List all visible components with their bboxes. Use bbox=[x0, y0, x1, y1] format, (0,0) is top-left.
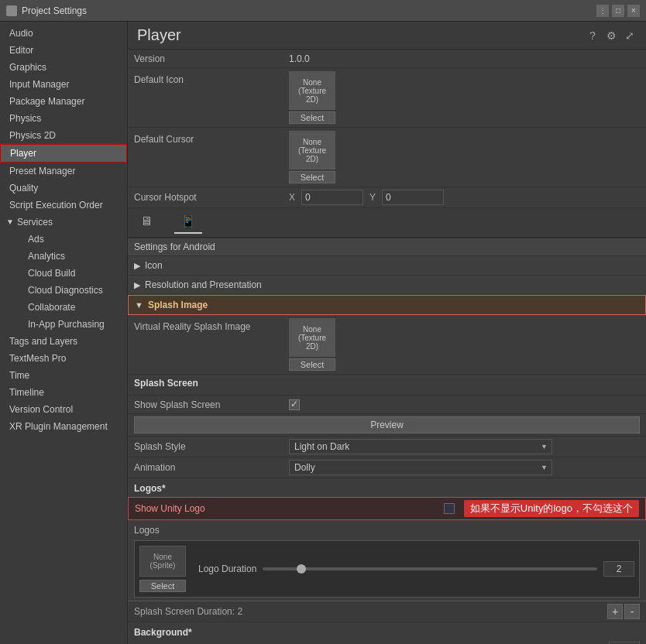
remove-logo-button[interactable]: - bbox=[624, 604, 640, 619]
close-button[interactable]: × bbox=[627, 5, 640, 17]
sidebar-item-script-execution-order[interactable]: Script Execution Order bbox=[0, 197, 127, 214]
show-splash-screen-checkbox[interactable] bbox=[289, 399, 300, 410]
scroll-area[interactable]: Version 1.0.0 Default Icon None (Texture… bbox=[128, 50, 646, 644]
show-unity-logo-checkbox[interactable] bbox=[444, 503, 455, 514]
logos-area: None (Sprite) Select Logo Duration bbox=[134, 540, 640, 598]
version-value: 1.0.0 bbox=[289, 53, 640, 64]
default-cursor-select-btn[interactable]: Select bbox=[289, 171, 335, 183]
logos-title: Logos* bbox=[128, 478, 646, 495]
splash-style-dropdown-wrap: Light on Dark bbox=[289, 439, 552, 454]
version-row: Version 1.0.0 bbox=[128, 50, 646, 68]
show-unity-logo-row: Show Unity Logo 如果不显示Unity的logo，不勾选这个 bbox=[128, 497, 646, 520]
settings-for-android-header: Settings for Android bbox=[128, 238, 646, 256]
sidebar-item-xr-plugin-management[interactable]: XR Plugin Management bbox=[0, 418, 127, 435]
services-arrow: ▼ bbox=[6, 215, 14, 229]
sidebar-item-ads[interactable]: Ads bbox=[15, 231, 127, 248]
foldout-splash-label: Splash Image bbox=[148, 300, 208, 310]
sprite-label: None (Sprite) bbox=[140, 553, 185, 570]
splash-screen-duration-row: Splash Screen Duration: 2 + - bbox=[128, 601, 646, 622]
help-icon-button[interactable]: ? bbox=[586, 29, 600, 43]
splash-style-dropdown[interactable]: Light on Dark bbox=[289, 439, 552, 454]
sidebar-item-collaborate[interactable]: Collaborate bbox=[15, 299, 127, 316]
sidebar-item-audio[interactable]: Audio bbox=[0, 25, 127, 42]
header-icons: ? ⚙ ⤢ bbox=[586, 29, 637, 43]
platform-tabs: 🖥 📱 bbox=[128, 208, 646, 238]
window-controls: ⋮ □ × bbox=[596, 5, 640, 17]
sidebar-item-player[interactable]: Player bbox=[0, 144, 127, 163]
sidebar-item-cloud-diagnostics[interactable]: Cloud Diagnostics bbox=[15, 282, 127, 299]
sidebar-item-editor[interactable]: Editor bbox=[0, 42, 127, 59]
slider-thumb[interactable] bbox=[297, 564, 306, 574]
sidebar-item-textmesh-pro[interactable]: TextMesh Pro bbox=[0, 350, 127, 367]
foldout-splash-arrow: ▼ bbox=[135, 300, 143, 310]
sidebar-item-physics[interactable]: Physics bbox=[0, 110, 127, 127]
sidebar-item-input-manager[interactable]: Input Manager bbox=[0, 76, 127, 93]
logo-sprite-box: None (Sprite) Select bbox=[139, 546, 186, 592]
sidebar-item-preset-manager[interactable]: Preset Manager bbox=[0, 163, 127, 180]
logo-duration-row: Logo Duration bbox=[198, 561, 634, 577]
show-unity-logo-label: Show Unity Logo bbox=[135, 503, 444, 514]
platform-tab-desktop[interactable]: 🖥 bbox=[134, 211, 159, 234]
background-title: Background* bbox=[128, 622, 646, 639]
sidebar-item-analytics[interactable]: Analytics bbox=[15, 248, 127, 265]
foldout-splash-image[interactable]: ▼ Splash Image bbox=[128, 295, 646, 315]
preview-button[interactable]: Preview bbox=[134, 416, 640, 433]
vr-splash-label: Virtual Reality Splash Image bbox=[134, 318, 289, 332]
version-label: Version bbox=[134, 53, 289, 64]
default-icon-texture: None (Texture 2D) bbox=[289, 71, 335, 110]
sidebar-item-in-app-purchasing[interactable]: In-App Purchasing bbox=[15, 316, 127, 333]
cursor-hotspot-y-input[interactable] bbox=[382, 190, 444, 205]
y-label: Y bbox=[369, 192, 376, 203]
sidebar-item-tags-and-layers[interactable]: Tags and Layers bbox=[0, 333, 127, 350]
sidebar-item-physics2d[interactable]: Physics 2D bbox=[0, 127, 127, 144]
default-icon-select-btn[interactable]: Select bbox=[289, 111, 335, 124]
content-area: Player ? ⚙ ⤢ Version 1.0.0 Default Icon … bbox=[128, 22, 646, 644]
logo-duration-label: Logo Duration bbox=[198, 564, 256, 574]
cursor-hotspot-label: Cursor Hotspot bbox=[134, 192, 289, 203]
vr-splash-select-btn[interactable]: Select bbox=[289, 358, 335, 371]
maximize-button[interactable]: □ bbox=[612, 5, 624, 17]
sidebar-item-graphics[interactable]: Graphics bbox=[0, 59, 127, 76]
sidebar-item-cloud-build[interactable]: Cloud Build bbox=[15, 265, 127, 282]
sidebar-services-children: Ads Analytics Cloud Build Cloud Diagnost… bbox=[0, 231, 127, 333]
content-header: Player ? ⚙ ⤢ bbox=[128, 22, 646, 50]
default-icon-right: None (Texture 2D) Select bbox=[289, 71, 335, 124]
foldout-icon-label: Icon bbox=[145, 260, 163, 271]
foldout-resolution[interactable]: ▶ Resolution and Presentation bbox=[128, 276, 646, 295]
foldout-icon-arrow: ▶ bbox=[134, 261, 140, 271]
logo-duration-input[interactable] bbox=[603, 561, 634, 577]
settings-icon-button[interactable]: ⚙ bbox=[604, 29, 618, 43]
logo-duration-slider[interactable] bbox=[263, 567, 597, 570]
page-title: Player bbox=[137, 26, 181, 44]
show-splash-screen-row: Show Splash Screen bbox=[128, 396, 646, 414]
overlay-opacity-row: Overlay Opacity bbox=[128, 639, 646, 644]
default-icon-label: Default Icon bbox=[134, 71, 289, 85]
sidebar-item-version-control[interactable]: Version Control bbox=[0, 401, 127, 418]
animation-dropdown-wrap: Dolly bbox=[289, 460, 552, 475]
sprite-select-btn[interactable]: Select bbox=[139, 580, 186, 592]
platform-tab-android[interactable]: 📱 bbox=[174, 211, 202, 234]
annotation-text: 如果不显示Unity的logo，不勾选这个 bbox=[464, 500, 639, 517]
sidebar-item-time[interactable]: Time bbox=[0, 367, 127, 384]
foldout-icon[interactable]: ▶ Icon bbox=[128, 256, 646, 276]
sidebar-item-timeline[interactable]: Timeline bbox=[0, 384, 127, 401]
sidebar-item-quality[interactable]: Quality bbox=[0, 180, 127, 197]
animation-row: Animation Dolly bbox=[128, 457, 646, 478]
splash-style-row: Splash Style Light on Dark bbox=[128, 437, 646, 457]
sidebar-group-services[interactable]: ▼ Services bbox=[0, 214, 127, 231]
expand-icon-button[interactable]: ⤢ bbox=[623, 29, 637, 43]
sidebar-item-package-manager[interactable]: Package Manager bbox=[0, 93, 127, 110]
add-remove-buttons: + - bbox=[607, 604, 640, 619]
sidebar-services-label: Services bbox=[17, 215, 53, 229]
title-bar: Project Settings ⋮ □ × bbox=[0, 0, 646, 22]
add-logo-button[interactable]: + bbox=[607, 604, 623, 619]
animation-dropdown[interactable]: Dolly bbox=[289, 460, 552, 475]
menu-button[interactable]: ⋮ bbox=[596, 5, 609, 17]
app-icon bbox=[6, 5, 17, 16]
show-splash-screen-label: Show Splash Screen bbox=[134, 399, 289, 410]
sidebar: Audio Editor Graphics Input Manager Pack… bbox=[0, 22, 128, 644]
default-icon-row: Default Icon None (Texture 2D) Select bbox=[128, 68, 646, 128]
foldout-resolution-arrow: ▶ bbox=[134, 280, 140, 290]
logos-sub-title: Logos bbox=[128, 522, 646, 537]
cursor-hotspot-x-input[interactable] bbox=[301, 190, 363, 205]
